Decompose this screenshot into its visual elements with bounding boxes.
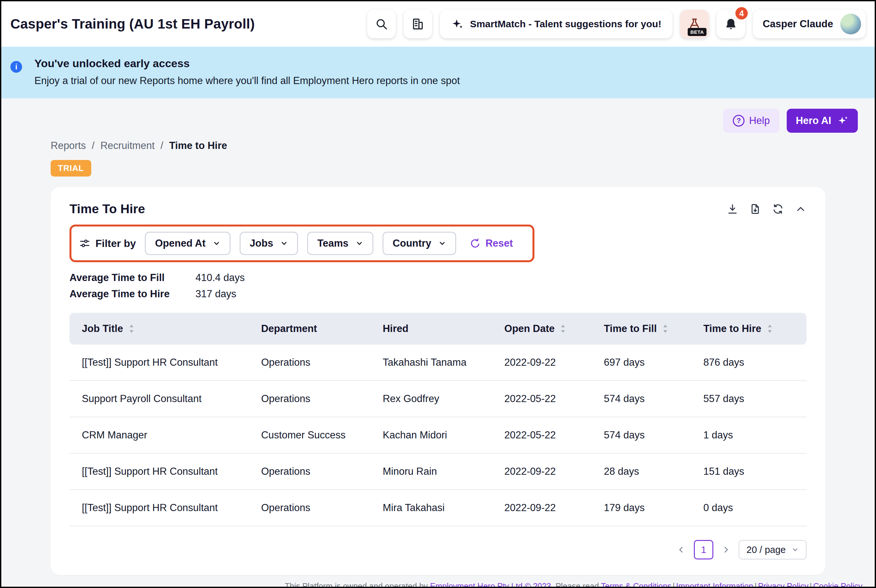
- filter-teams-label: Teams: [317, 237, 349, 249]
- table-cell: Operations: [261, 490, 383, 526]
- organisation-button[interactable]: [404, 10, 432, 38]
- export-button[interactable]: [749, 203, 761, 215]
- notification-badge: 4: [734, 6, 749, 21]
- avatar: [840, 14, 861, 34]
- hero-ai-label: Hero AI: [796, 115, 831, 126]
- table-cell: Mira Takahasi: [383, 490, 505, 526]
- beta-badge: BETA: [688, 28, 706, 36]
- column-header-time-to-fill[interactable]: Time to Fill: [604, 313, 703, 345]
- table-cell: Customer Success: [261, 417, 383, 454]
- chevron-right-icon: [721, 545, 731, 555]
- page-size-select[interactable]: 20 / page: [739, 540, 807, 560]
- footer-separator: |: [810, 582, 812, 588]
- help-icon: ?: [733, 115, 744, 126]
- privacy-policy-link[interactable]: Privacy Policy: [758, 582, 808, 588]
- filter-by-label: Filter by: [95, 237, 136, 249]
- column-label: Hired: [383, 323, 409, 334]
- table-cell: 2022-05-22: [504, 381, 604, 417]
- help-label: Help: [749, 115, 770, 126]
- smartmatch-button[interactable]: SmartMatch - Talent suggestions for you!: [440, 10, 672, 38]
- table-cell: 1 days: [703, 417, 807, 454]
- cookie-policy-link[interactable]: Cookie Policy: [813, 582, 862, 588]
- table-cell: 574 days: [604, 417, 703, 454]
- table-cell: 151 days: [703, 454, 807, 490]
- table-cell: [[Test]] Support HR Consultant: [69, 345, 261, 381]
- header-actions: SmartMatch - Talent suggestions for you!…: [367, 10, 865, 38]
- breadcrumb: Reports / Recruitment / Time to Hire: [51, 140, 875, 152]
- company-link[interactable]: Employment Hero Pty Ltd © 2023: [430, 582, 551, 588]
- column-header-time-to-hire[interactable]: Time to Hire: [703, 313, 807, 345]
- breadcrumb-separator: /: [92, 140, 95, 152]
- sort-icon: [128, 324, 135, 334]
- hero-ai-button[interactable]: Hero AI: [787, 109, 858, 133]
- summary-label: Average Time to Fill: [69, 272, 195, 284]
- report-title: Time To Hire: [69, 202, 145, 216]
- table-row: Support Payroll ConsultantOperationsRex …: [69, 381, 807, 417]
- beta-labs-button[interactable]: BETA: [680, 10, 709, 38]
- filter-by: Filter by: [79, 237, 136, 249]
- summary-value: 317 days: [195, 288, 807, 300]
- table-cell: Takahashi Tanama: [383, 345, 505, 381]
- table-cell: Kachan Midori: [383, 417, 505, 454]
- table-head: Job TitleDepartmentHiredOpen DateTime to…: [69, 313, 807, 345]
- table-row: [[Test]] Support HR ConsultantOperations…: [69, 345, 807, 381]
- pagination-next[interactable]: [721, 545, 731, 555]
- table-cell: 179 days: [604, 490, 703, 526]
- table-cell: 574 days: [604, 381, 703, 417]
- search-button[interactable]: [367, 10, 396, 38]
- refresh-button[interactable]: [772, 203, 784, 215]
- breadcrumb-item-reports[interactable]: Reports: [51, 140, 86, 152]
- pagination-prev[interactable]: [676, 545, 686, 555]
- chevron-up-icon: [795, 203, 807, 215]
- terms-link[interactable]: Terms & Conditions: [601, 582, 672, 588]
- early-access-banner: i You've unlocked early access Enjoy a t…: [1, 47, 875, 98]
- column-header-job-title[interactable]: Job Title: [69, 313, 261, 345]
- bell-icon: [724, 18, 737, 30]
- table-cell: 697 days: [604, 345, 703, 381]
- file-export-icon: [749, 203, 761, 215]
- table-cell: 557 days: [703, 381, 807, 417]
- column-label: Department: [261, 323, 317, 334]
- notifications-button[interactable]: 4: [717, 10, 745, 38]
- column-label: Time to Fill: [604, 323, 657, 334]
- reset-filters-button[interactable]: Reset: [470, 237, 513, 249]
- reset-label: Reset: [485, 237, 513, 249]
- chevron-down-icon: [438, 240, 446, 247]
- column-header-hired: Hired: [383, 313, 505, 345]
- banner-description: Enjoy a trial of our new Reports home wh…: [35, 75, 855, 87]
- filter-teams[interactable]: Teams: [307, 232, 373, 255]
- footer-separator: |: [754, 582, 757, 588]
- user-name: Casper Claude: [763, 18, 833, 30]
- summary-label: Average Time to Hire: [69, 288, 195, 300]
- report-actions: [727, 203, 807, 215]
- table-row: [[Test]] Support HR ConsultantOperations…: [69, 490, 807, 526]
- table-cell: 2022-09-22: [504, 490, 604, 526]
- table-cell: Rex Godfrey: [383, 381, 505, 417]
- reset-icon: [470, 238, 481, 249]
- table-cell: 876 days: [703, 345, 807, 381]
- filter-country[interactable]: Country: [383, 232, 456, 255]
- important-information-link[interactable]: Important Information: [676, 582, 753, 588]
- table-cell: Minoru Rain: [383, 454, 505, 490]
- pagination-page-1[interactable]: 1: [694, 540, 713, 560]
- page-title: Casper's Training (AU 1st EH Payroll): [11, 16, 255, 32]
- filter-opened-at[interactable]: Opened At: [145, 232, 230, 255]
- chevron-down-icon: [792, 546, 799, 553]
- table-cell: 28 days: [604, 454, 703, 490]
- table-body: [[Test]] Support HR ConsultantOperations…: [69, 345, 807, 526]
- filter-jobs[interactable]: Jobs: [240, 232, 298, 255]
- collapse-button[interactable]: [795, 203, 807, 215]
- sort-icon: [662, 324, 669, 334]
- page-toolbar: ? Help Hero AI: [723, 109, 858, 133]
- table-header-row: Job TitleDepartmentHiredOpen DateTime to…: [69, 313, 807, 345]
- breadcrumb-item-recruitment[interactable]: Recruitment: [100, 140, 155, 152]
- chevron-left-icon: [676, 545, 686, 555]
- footer-text: . Please read: [551, 582, 601, 588]
- column-header-open-date[interactable]: Open Date: [504, 313, 604, 345]
- download-button[interactable]: [727, 203, 738, 215]
- user-menu[interactable]: Casper Claude: [753, 10, 865, 38]
- report-table: Job TitleDepartmentHiredOpen DateTime to…: [69, 313, 807, 526]
- sparkle-icon: [837, 115, 849, 126]
- help-button[interactable]: ? Help: [723, 109, 780, 133]
- column-label: Open Date: [504, 323, 554, 334]
